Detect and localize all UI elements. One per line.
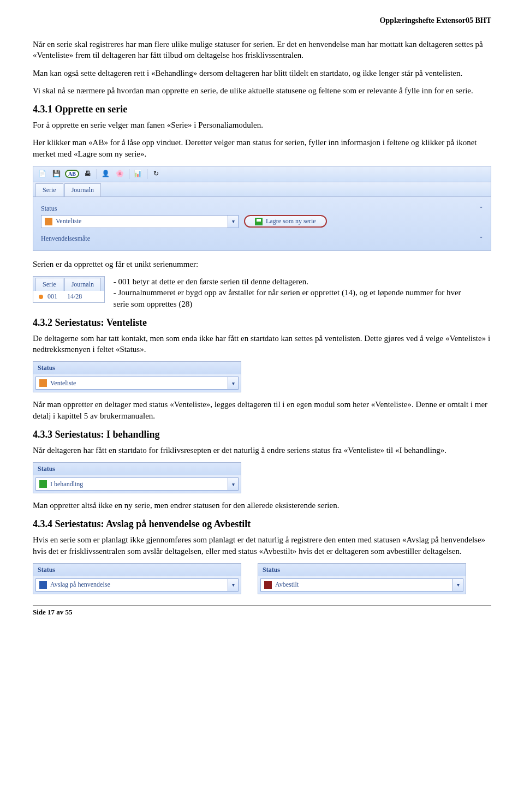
user-icon[interactable]: 👤 — [100, 169, 111, 180]
status-value: Avslag på henvendelse — [50, 581, 228, 589]
screenshot-create-series: 📄 💾 AB 🖶 👤 🌸 📊 ↻ Serie Journaln Status ⌃ — [33, 166, 491, 251]
dot-icon — [39, 295, 43, 299]
status-block-behandling: Status I behandling ▾ — [33, 462, 241, 493]
s431-p2: Her klikker man «AB» for å låse opp vind… — [33, 137, 491, 159]
s432-p2: Når man oppretter en deltager med status… — [33, 399, 491, 421]
separator — [147, 169, 147, 179]
status-swatch-icon — [39, 480, 47, 488]
status-dropdown-behandling[interactable]: I behandling ▾ — [35, 477, 239, 491]
status-block-avslag: Status Avslag på henvendelse ▾ — [33, 563, 241, 594]
status-swatch-icon — [39, 581, 47, 589]
separator — [129, 169, 129, 179]
s433-p2: Man oppretter altså ikke en ny serie, me… — [33, 500, 491, 511]
status-header: Status — [33, 463, 241, 475]
heading-434: 4.3.4 Seriestatus: Avslag på henvendelse… — [33, 518, 491, 530]
bullet-2: - Journalnummeret er bygd opp av årstall… — [114, 287, 463, 309]
mini-tab-journaln[interactable]: Journaln — [64, 278, 101, 291]
collapse-icon[interactable]: ⌃ — [479, 206, 483, 212]
status-label: Status — [41, 205, 479, 213]
toolbar: 📄 💾 AB 🖶 👤 🌸 📊 ↻ — [33, 166, 491, 182]
collapse-icon[interactable]: ⌃ — [479, 236, 483, 242]
panel-body: Status ⌃ Venteliste ▾ Lagre som ny serie… — [33, 197, 491, 251]
mini-series-tabs: Serie Journaln 001 14/28 — [33, 276, 105, 303]
status-header: Status — [258, 564, 466, 576]
disk-icon — [255, 218, 263, 225]
bullet-1: - 001 betyr at dette er den første serie… — [114, 276, 463, 287]
status-dropdown-avbestilt[interactable]: Avbestilt ▾ — [260, 578, 463, 592]
chart-icon[interactable]: 📊 — [133, 169, 144, 180]
status-value: I behandling — [50, 480, 228, 488]
status-block-avbestilt: Status Avbestilt ▾ — [258, 563, 466, 594]
s432-p1: De deltagerne som har tatt kontakt, men … — [33, 333, 491, 355]
page-header: Opplæringshefte Extensor05 BHT — [33, 16, 491, 25]
status-swatch-icon — [264, 581, 272, 589]
s431-after: Serien er da opprettet og får et unikt s… — [33, 259, 491, 270]
status-value: Avbestilt — [275, 581, 452, 589]
ab-lock-button[interactable]: AB — [65, 170, 79, 178]
status-header: Status — [33, 362, 241, 374]
intro-p2: Man kan også sette deltageren rett i «Be… — [33, 68, 491, 79]
save-icon[interactable]: 💾 — [51, 169, 62, 180]
chevron-down-icon[interactable]: ▾ — [228, 216, 238, 228]
chevron-down-icon[interactable]: ▾ — [452, 579, 463, 591]
page-footer: Side 17 av 55 — [33, 605, 491, 617]
intro-p1: Når en serie skal registreres har man fl… — [33, 39, 491, 61]
mini-tab-serie[interactable]: Serie — [35, 278, 63, 291]
save-as-new-series-button[interactable]: Lagre som ny serie — [244, 215, 327, 228]
journal-value: 14/28 — [67, 292, 82, 301]
chevron-down-icon[interactable]: ▾ — [228, 478, 238, 490]
tab-serie[interactable]: Serie — [35, 183, 63, 196]
chevron-down-icon[interactable]: ▾ — [228, 579, 238, 591]
status-header: Status — [33, 564, 241, 576]
heading-431: 4.3.1 Opprette en serie — [33, 104, 491, 115]
heading-433: 4.3.3 Seriestatus: I behandling — [33, 429, 491, 440]
chevron-down-icon[interactable]: ▾ — [228, 377, 238, 389]
flower-icon[interactable]: 🌸 — [115, 169, 126, 180]
status-block-venteliste: Status Venteliste ▾ — [33, 361, 241, 392]
tab-journaln[interactable]: Journaln — [64, 183, 101, 196]
s433-p1: Når deltageren har fått en startdato for… — [33, 445, 491, 456]
s434-p1: Hvis en serie som er planlagt ikke gjenn… — [33, 534, 491, 557]
refresh-icon[interactable]: ↻ — [151, 169, 162, 180]
save-button-label: Lagre som ny serie — [266, 217, 316, 225]
status-value: Venteliste — [50, 379, 228, 387]
mini-row: 001 14/28 — [33, 291, 104, 302]
heading-432: 4.3.2 Seriestatus: Venteliste — [33, 317, 491, 329]
intro-p3: Vi skal nå se nærmere på hvordan man opp… — [33, 85, 491, 96]
tab-row: Serie Journaln — [33, 182, 491, 197]
status-swatch-icon — [39, 379, 47, 387]
status-dropdown[interactable]: Venteliste ▾ — [41, 215, 239, 228]
status-dropdown-venteliste[interactable]: Venteliste ▾ — [35, 377, 239, 390]
henv-label: Henvendelsesmåte — [41, 235, 479, 243]
status-dropdown-avslag[interactable]: Avslag på henvendelse ▾ — [35, 578, 239, 592]
separator — [97, 169, 97, 179]
s431-p1: For å opprette en serie velger man fanen… — [33, 120, 491, 130]
new-icon[interactable]: 📄 — [37, 169, 47, 180]
print-icon[interactable]: 🖶 — [82, 169, 93, 180]
status-swatch-icon — [45, 218, 52, 225]
serie-value: 001 — [47, 292, 57, 301]
status-value: Venteliste — [56, 217, 228, 225]
